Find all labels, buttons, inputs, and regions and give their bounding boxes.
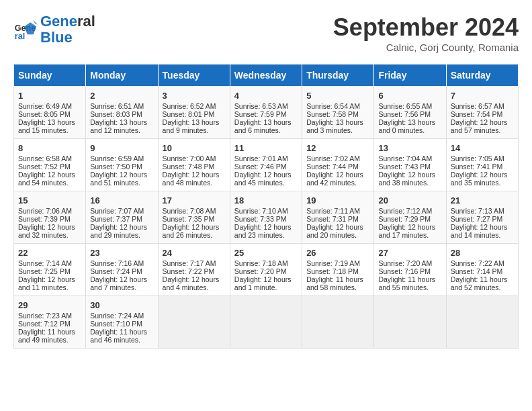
day-info-line: Daylight: 12 hours — [451, 171, 514, 179]
day-number: 25 — [234, 248, 298, 258]
day-info-line: Sunset: 8:01 PM — [163, 110, 226, 118]
logo-icon: Gene ral — [13, 17, 38, 42]
calendar-cell: 30Sunrise: 7:24 AMSunset: 7:10 PMDayligh… — [86, 296, 158, 349]
day-info-line: Sunrise: 7:11 AM — [306, 207, 369, 215]
day-info-line: Sunrise: 7:06 AM — [18, 207, 81, 215]
calendar-cell: 24Sunrise: 7:17 AMSunset: 7:22 PMDayligh… — [158, 244, 230, 296]
calendar-cell — [374, 296, 446, 349]
day-header-monday: Monday — [86, 64, 158, 87]
day-info-line: and 45 minutes. — [234, 179, 298, 187]
day-info-line: and 48 minutes. — [163, 179, 226, 187]
day-info-line: Sunrise: 7:05 AM — [451, 154, 514, 163]
calendar-cell — [446, 296, 518, 349]
day-number: 5 — [306, 91, 369, 101]
day-info-line: Sunrise: 7:22 AM — [451, 259, 514, 267]
day-info-line: Sunrise: 7:04 AM — [378, 154, 441, 163]
day-number: 26 — [306, 248, 369, 258]
day-number: 8 — [18, 143, 81, 153]
day-info-line: Daylight: 12 hours — [234, 223, 298, 231]
day-number: 21 — [451, 195, 514, 205]
day-info-line: Sunset: 7:12 PM — [18, 320, 81, 328]
day-info-line: Sunset: 7:50 PM — [90, 163, 153, 171]
calendar-cell: 18Sunrise: 7:10 AMSunset: 7:33 PMDayligh… — [230, 191, 302, 244]
calendar-cell: 29Sunrise: 7:23 AMSunset: 7:12 PMDayligh… — [14, 296, 86, 349]
day-info-line: and 54 minutes. — [18, 179, 81, 187]
day-info-line: and 1 minute. — [234, 283, 298, 291]
day-info-line: Daylight: 11 hours — [451, 275, 514, 283]
day-number: 18 — [234, 195, 298, 205]
day-info-line: Sunset: 7:18 PM — [306, 267, 369, 275]
day-info-line: and 29 minutes. — [90, 231, 153, 239]
calendar-cell: 19Sunrise: 7:11 AMSunset: 7:31 PMDayligh… — [302, 191, 374, 244]
day-number: 1 — [18, 91, 81, 101]
day-info-line: Sunrise: 6:57 AM — [451, 102, 514, 110]
day-number: 4 — [234, 91, 298, 101]
calendar-cell: 7Sunrise: 6:57 AMSunset: 7:54 PMDaylight… — [446, 87, 518, 139]
day-info-line: Sunrise: 6:58 AM — [18, 154, 81, 163]
day-info-line: Daylight: 11 hours — [306, 275, 369, 283]
day-info-line: Sunset: 7:58 PM — [306, 110, 369, 118]
day-info-line: Sunrise: 7:19 AM — [306, 259, 369, 267]
day-info-line: and 20 minutes. — [306, 231, 369, 239]
calendar-cell: 20Sunrise: 7:12 AMSunset: 7:29 PMDayligh… — [374, 191, 446, 244]
calendar-cell: 27Sunrise: 7:20 AMSunset: 7:16 PMDayligh… — [374, 244, 446, 296]
day-number: 29 — [18, 300, 81, 310]
day-info-line: and 42 minutes. — [306, 179, 369, 187]
day-info-line: and 9 minutes. — [163, 126, 226, 134]
day-number: 27 — [378, 248, 441, 258]
calendar-header: SundayMondayTuesdayWednesdayThursdayFrid… — [14, 64, 519, 87]
day-header-friday: Friday — [374, 64, 446, 87]
location-subtitle: Calnic, Gorj County, Romania — [333, 42, 519, 53]
day-info-line: Daylight: 13 hours — [163, 118, 226, 126]
day-info-line: Daylight: 12 hours — [451, 223, 514, 231]
day-info-line: Daylight: 13 hours — [234, 118, 298, 126]
day-info-line: Sunset: 7:46 PM — [234, 163, 298, 171]
calendar-cell: 28Sunrise: 7:22 AMSunset: 7:14 PMDayligh… — [446, 244, 518, 296]
day-number: 13 — [378, 143, 441, 153]
day-info-line: and 55 minutes. — [378, 283, 441, 291]
svg-text:ral: ral — [15, 32, 25, 41]
day-info-line: Sunset: 8:05 PM — [18, 110, 81, 118]
day-info-line: Sunrise: 7:10 AM — [234, 207, 298, 215]
day-info-line: Daylight: 12 hours — [306, 223, 369, 231]
day-number: 30 — [90, 300, 153, 310]
day-info-line: and 12 minutes. — [90, 126, 153, 134]
day-info-line: Daylight: 12 hours — [90, 171, 153, 179]
day-info-line: and 3 minutes. — [306, 126, 369, 134]
day-number: 23 — [90, 248, 153, 258]
day-number: 14 — [451, 143, 514, 153]
calendar-cell: 25Sunrise: 7:18 AMSunset: 7:20 PMDayligh… — [230, 244, 302, 296]
calendar-cell: 8Sunrise: 6:58 AMSunset: 7:52 PMDaylight… — [14, 139, 86, 191]
day-info-line: Sunset: 7:16 PM — [378, 267, 441, 275]
day-info-line: and 23 minutes. — [234, 231, 298, 239]
day-info-line: Sunset: 7:31 PM — [306, 215, 369, 223]
calendar-cell: 21Sunrise: 7:13 AMSunset: 7:27 PMDayligh… — [446, 191, 518, 244]
month-title: September 2024 — [333, 13, 519, 42]
day-number: 11 — [234, 143, 298, 153]
day-info-line: Sunset: 7:48 PM — [163, 163, 226, 171]
day-info-line: Sunset: 7:10 PM — [90, 320, 153, 328]
day-info-line: Daylight: 11 hours — [90, 328, 153, 336]
day-info-line: Sunset: 7:59 PM — [234, 110, 298, 118]
day-number: 22 — [18, 248, 81, 258]
day-info-line: Sunset: 7:35 PM — [163, 215, 226, 223]
calendar-cell: 11Sunrise: 7:01 AMSunset: 7:46 PMDayligh… — [230, 139, 302, 191]
day-info-line: and 51 minutes. — [90, 179, 153, 187]
day-info-line: Sunrise: 7:02 AM — [306, 154, 369, 163]
day-info-line: Daylight: 12 hours — [378, 171, 441, 179]
day-info-line: Sunrise: 7:12 AM — [378, 207, 441, 215]
calendar-cell: 2Sunrise: 6:51 AMSunset: 8:03 PMDaylight… — [86, 87, 158, 139]
day-info-line: Daylight: 12 hours — [90, 275, 153, 283]
day-info-line: Sunset: 7:44 PM — [306, 163, 369, 171]
day-info-line: Daylight: 12 hours — [451, 118, 514, 126]
day-number: 12 — [306, 143, 369, 153]
day-info-line: and 46 minutes. — [90, 336, 153, 344]
day-info-line: Sunrise: 7:07 AM — [90, 207, 153, 215]
day-info-line: Sunrise: 7:18 AM — [234, 259, 298, 267]
day-number: 9 — [90, 143, 153, 153]
day-info-line: Daylight: 12 hours — [18, 171, 81, 179]
page-header: Gene ral GeneralBlue September 2024 Caln… — [13, 13, 519, 53]
day-info-line: Sunset: 7:33 PM — [234, 215, 298, 223]
day-info-line: Sunrise: 7:13 AM — [451, 207, 514, 215]
day-info-line: Sunrise: 7:00 AM — [163, 154, 226, 163]
